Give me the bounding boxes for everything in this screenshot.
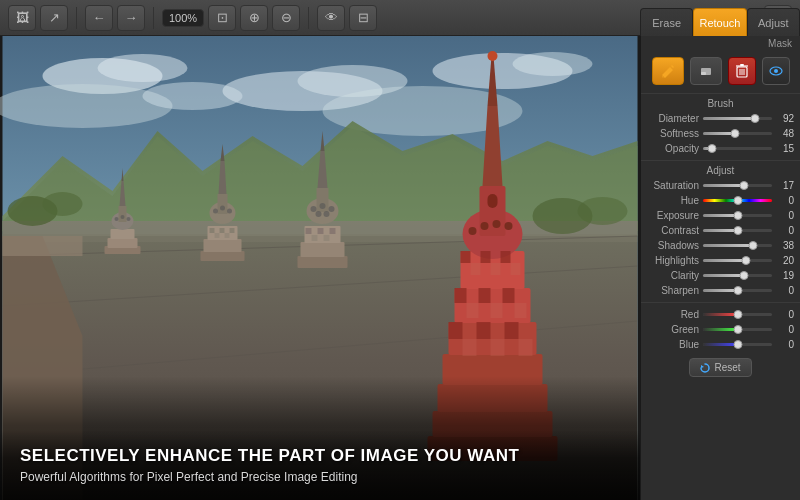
- svg-rect-106: [740, 64, 744, 66]
- green-row: Green 0: [641, 322, 800, 337]
- shadows-fill: [703, 244, 753, 247]
- svg-rect-81: [479, 288, 491, 303]
- caption-title: SELECTIVELY ENHANCE THE PART OF IMAGE YO…: [20, 446, 620, 466]
- tab-adjust[interactable]: Adjust: [747, 8, 800, 36]
- sep3: [308, 7, 309, 29]
- softness-slider[interactable]: [703, 132, 772, 135]
- saturation-slider[interactable]: [703, 184, 772, 187]
- svg-rect-24: [119, 206, 127, 222]
- red-thumb: [733, 310, 742, 319]
- svg-rect-84: [491, 303, 503, 318]
- svg-rect-41: [220, 228, 225, 233]
- shadows-label: Shadows: [647, 240, 699, 251]
- show-mask-btn[interactable]: [762, 57, 790, 85]
- clarity-label: Clarity: [647, 270, 699, 281]
- zoom-out-btn[interactable]: ⊖: [272, 5, 300, 31]
- svg-rect-30: [201, 251, 245, 261]
- svg-rect-42: [230, 228, 235, 233]
- red-slider[interactable]: [703, 313, 772, 316]
- blue-thumb: [733, 340, 742, 349]
- shadows-value: 38: [776, 240, 794, 251]
- reset-button[interactable]: Reset: [689, 358, 751, 377]
- svg-rect-45: [298, 256, 348, 268]
- svg-point-95: [505, 222, 513, 230]
- saturation-thumb: [740, 181, 749, 190]
- sharpen-thumb: [733, 286, 742, 295]
- svg-point-39: [227, 209, 232, 214]
- highlights-slider[interactable]: [703, 259, 772, 262]
- svg-rect-22: [111, 229, 135, 239]
- image-area[interactable]: SELECTIVELY ENHANCE THE PART OF IMAGE YO…: [0, 36, 640, 500]
- exposure-thumb: [733, 211, 742, 220]
- svg-rect-82: [503, 288, 515, 303]
- svg-rect-57: [306, 228, 312, 234]
- sharpen-value: 0: [776, 285, 794, 296]
- svg-rect-76: [501, 251, 511, 263]
- sharpen-slider[interactable]: [703, 289, 772, 292]
- svg-rect-31: [204, 239, 242, 252]
- rgb-divider: [641, 302, 800, 303]
- svg-point-28: [121, 215, 125, 219]
- red-value: 0: [776, 309, 794, 320]
- undo-btn[interactable]: ←: [85, 5, 113, 31]
- svg-rect-58: [318, 228, 324, 234]
- image-icon-btn[interactable]: 🖼: [8, 5, 36, 31]
- shadows-slider[interactable]: [703, 244, 772, 247]
- softness-thumb: [730, 129, 739, 138]
- contrast-label: Contrast: [647, 225, 699, 236]
- svg-rect-43: [215, 233, 220, 238]
- opacity-slider[interactable]: [703, 147, 772, 150]
- diameter-row: Diameter 92: [641, 111, 800, 126]
- diameter-slider[interactable]: [703, 117, 772, 120]
- contrast-row: Contrast 0: [641, 223, 800, 238]
- preview-btn[interactable]: 👁: [317, 5, 345, 31]
- svg-rect-74: [461, 251, 471, 263]
- toolbar: 🖼 ↗ ← → 100% ⊡ ⊕ ⊖ 👁 ⊟ ✂ Erase Retouch A…: [0, 0, 800, 36]
- svg-rect-44: [225, 233, 230, 238]
- brush-tool-btn[interactable]: [652, 57, 684, 85]
- exposure-slider[interactable]: [703, 214, 772, 217]
- svg-rect-60: [312, 235, 318, 241]
- zoom-in-btn[interactable]: ⊕: [240, 5, 268, 31]
- zoom-display: 100%: [162, 9, 204, 27]
- green-slider[interactable]: [703, 328, 772, 331]
- reset-label: Reset: [714, 362, 740, 373]
- hue-value: 0: [776, 195, 794, 206]
- share-btn[interactable]: ↗: [40, 5, 68, 31]
- tab-erase[interactable]: Erase: [640, 8, 693, 36]
- svg-point-6: [513, 52, 593, 76]
- svg-point-37: [213, 209, 218, 214]
- diameter-label: Diameter: [647, 113, 699, 124]
- blue-slider[interactable]: [703, 343, 772, 346]
- svg-point-94: [493, 220, 501, 228]
- split-btn[interactable]: ⊟: [349, 5, 377, 31]
- blue-label: Blue: [647, 339, 699, 350]
- caption-subtitle: Powerful Algorithms for Pixel Perfect an…: [20, 470, 620, 484]
- svg-rect-83: [467, 303, 479, 318]
- hue-slider[interactable]: [703, 199, 772, 202]
- highlights-fill: [703, 259, 746, 262]
- svg-point-53: [320, 203, 326, 209]
- highlights-value: 20: [776, 255, 794, 266]
- softness-value: 48: [776, 128, 794, 139]
- svg-rect-96: [488, 194, 498, 208]
- green-thumb: [733, 325, 742, 334]
- highlights-row: Highlights 20: [641, 253, 800, 268]
- eraser-tool-btn[interactable]: [690, 57, 722, 85]
- svg-rect-85: [515, 303, 527, 318]
- svg-point-73: [488, 51, 498, 61]
- opacity-row: Opacity 15: [641, 141, 800, 156]
- fit-btn[interactable]: ⊡: [208, 5, 236, 31]
- blue-row: Blue 0: [641, 337, 800, 352]
- hue-thumb: [733, 196, 742, 205]
- blue-value: 0: [776, 339, 794, 350]
- redo-btn[interactable]: →: [117, 5, 145, 31]
- shadows-thumb: [748, 241, 757, 250]
- svg-rect-59: [330, 228, 336, 234]
- delete-mask-btn[interactable]: [728, 57, 756, 85]
- contrast-slider[interactable]: [703, 229, 772, 232]
- opacity-label: Opacity: [647, 143, 699, 154]
- svg-rect-19: [3, 236, 83, 256]
- clarity-slider[interactable]: [703, 274, 772, 277]
- tab-retouch[interactable]: Retouch: [693, 8, 746, 36]
